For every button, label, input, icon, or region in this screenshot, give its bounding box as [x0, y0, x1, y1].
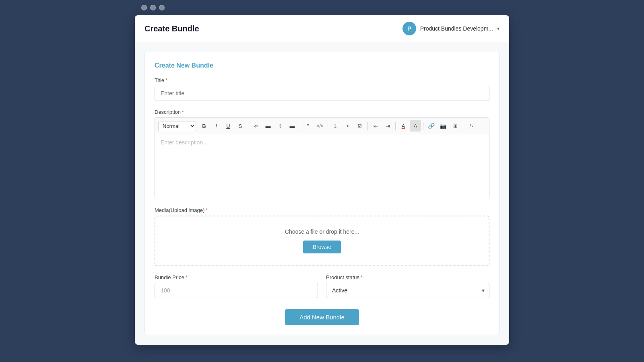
toolbar-divider-7 — [463, 122, 463, 130]
product-status-group: Product status * Active Inactive Draft ▾ — [326, 274, 489, 298]
outdent-button[interactable]: ⇤ — [370, 120, 381, 132]
traffic-light-maximize[interactable] — [159, 5, 165, 10]
media-group: Media(Upload image) * Choose a file or d… — [155, 207, 489, 266]
add-new-bundle-button[interactable]: Add New Bundle — [285, 309, 359, 325]
main-window: Create Bundle P Product Bundles Developm… — [135, 15, 509, 345]
clear-format-button[interactable]: Tx — [465, 120, 477, 132]
image-button[interactable]: 📷 — [438, 120, 449, 132]
media-label: Media(Upload image) * — [155, 207, 489, 213]
align-justify-button[interactable]: ▬ — [287, 120, 298, 132]
required-star-status: * — [361, 275, 363, 280]
toolbar-divider-6 — [423, 122, 423, 130]
page-header: Create Bundle P Product Bundles Developm… — [135, 15, 509, 42]
code-button[interactable]: </> — [314, 120, 326, 132]
required-star-media: * — [206, 208, 208, 213]
product-status-select[interactable]: Active Inactive Draft — [326, 283, 489, 298]
strikethrough-button[interactable]: S — [235, 120, 246, 132]
title-input[interactable] — [155, 86, 489, 101]
font-color-button[interactable]: A — [398, 120, 409, 132]
toolbar-divider-5 — [395, 122, 396, 130]
editor-wrapper: Normal Heading 1 Heading 2 Heading 3 B I… — [155, 117, 489, 199]
upload-hint: Choose a file or drop it here... — [163, 228, 481, 235]
align-left-button[interactable]: ⇦ — [250, 120, 262, 132]
toolbar-divider-4 — [367, 122, 368, 130]
format-select[interactable]: Normal Heading 1 Heading 2 Heading 3 — [158, 121, 196, 131]
chevron-down-icon: ▾ — [497, 26, 500, 31]
ordered-list-button[interactable]: 1. — [330, 120, 341, 132]
bundle-price-input[interactable] — [155, 283, 318, 298]
description-editor[interactable]: Enter description.. — [155, 134, 489, 199]
required-star-description: * — [182, 109, 184, 115]
description-label: Description * — [155, 109, 489, 115]
align-center-button[interactable]: ▬ — [262, 120, 274, 132]
required-star-title: * — [165, 78, 167, 83]
description-group: Description * Normal Heading 1 Heading 2… — [155, 109, 489, 199]
page-content: Create New Bundle Title * Description * — [135, 42, 509, 345]
task-list-button[interactable]: ☑ — [354, 120, 365, 132]
add-button-wrapper: Add New Bundle — [155, 308, 489, 325]
align-right-button[interactable]: ⇧ — [275, 120, 286, 132]
toolbar-divider-3 — [328, 122, 328, 130]
org-name-label: Product Bundles Developm... — [420, 25, 493, 32]
org-switcher[interactable]: P Product Bundles Developm... ▾ — [402, 22, 500, 35]
underline-button[interactable]: U — [223, 120, 234, 132]
upload-dropzone[interactable]: Choose a file or drop it here... Browse — [155, 216, 489, 266]
traffic-light-close[interactable] — [141, 5, 147, 10]
blockquote-button[interactable]: " — [302, 120, 314, 132]
title-label: Title * — [155, 77, 489, 83]
editor-toolbar: Normal Heading 1 Heading 2 Heading 3 B I… — [155, 118, 489, 134]
italic-button[interactable]: I — [211, 120, 222, 132]
required-star-price: * — [186, 275, 188, 280]
table-button[interactable]: ⊞ — [450, 120, 461, 132]
price-status-row: Bundle Price * Product status * Active I — [155, 274, 489, 298]
product-status-select-wrapper: Active Inactive Draft ▾ — [326, 283, 489, 298]
indent-button[interactable]: ⇥ — [382, 120, 393, 132]
toolbar-divider-2 — [300, 122, 300, 130]
form-card: Create New Bundle Title * Description * — [144, 52, 500, 335]
toolbar-divider-1 — [248, 122, 248, 130]
bundle-price-group: Bundle Price * — [155, 274, 318, 298]
section-title: Create New Bundle — [155, 62, 489, 69]
product-status-label: Product status * — [326, 274, 489, 280]
traffic-lights-bar — [135, 0, 509, 15]
unordered-list-button[interactable]: • — [342, 120, 353, 132]
bold-button[interactable]: B — [198, 120, 210, 132]
avatar: P — [402, 22, 416, 35]
traffic-light-minimize[interactable] — [150, 5, 156, 10]
title-group: Title * — [155, 77, 489, 101]
highlight-button[interactable]: A — [410, 120, 421, 132]
page-title: Create Bundle — [144, 24, 199, 33]
link-button[interactable]: 🔗 — [425, 120, 437, 132]
browse-button[interactable]: Browse — [303, 241, 341, 253]
description-placeholder: Enter description.. — [161, 139, 206, 146]
bundle-price-label: Bundle Price * — [155, 274, 318, 280]
